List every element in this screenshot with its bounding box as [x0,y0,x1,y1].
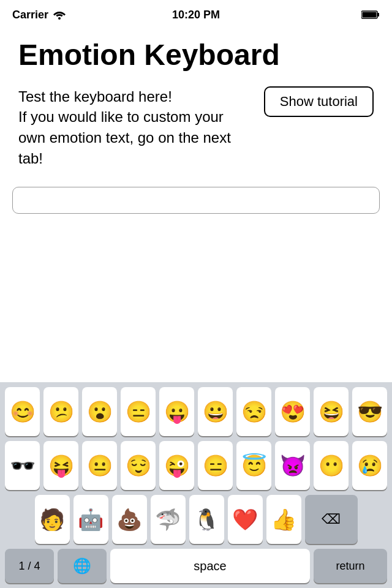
emoji-key-thumbsup[interactable]: 👍 [266,495,301,544]
emoji-key-devil[interactable]: 👿 [275,441,310,490]
emoji-key-person[interactable]: 🧑 [35,495,70,544]
emoji-key-heart-eyes[interactable]: 😍 [275,387,310,436]
emoji-key-wink-tongue[interactable]: 😜 [159,441,194,490]
delete-icon: ⌫ [322,511,341,527]
emoji-key-tongue[interactable]: 😛 [159,387,194,436]
globe-icon: 🌐 [73,557,91,575]
status-right [361,10,380,20]
battery-icon [361,10,380,20]
delete-key[interactable]: ⌫ [305,495,358,544]
emoji-key-smile[interactable]: 😊 [5,387,40,436]
keyboard-row-2: 🕶️ 😝 😐 😌 😜 😑 😇 👿 😶 😢 [2,441,390,490]
emoji-key-sunglasses[interactable]: 🕶️ [5,441,40,490]
app-title: Emotion Keyboard [18,39,374,72]
status-left: Carrier [12,9,66,21]
main-content: Emotion Keyboard Show tutorial Test the … [0,27,392,187]
emoji-key-grin[interactable]: 😀 [198,387,233,436]
emotion-keyboard: 😊 😕 😮 😑 😛 😀 😒 😍 😆 😎 🕶️ 😝 😐 😌 😜 😑 😇 👿 😶 😢… [0,382,392,588]
emoji-key-relieved[interactable]: 😌 [121,441,156,490]
emoji-key-sad[interactable]: 😕 [43,387,78,436]
keyboard-bottom-row: 1 / 4 🌐 space return [2,549,390,583]
keyboard-row-1: 😊 😕 😮 😑 😛 😀 😒 😍 😆 😎 [2,387,390,436]
emoji-key-stuck-out[interactable]: 😝 [43,441,78,490]
svg-rect-3 [363,12,377,18]
status-bar: Carrier 10:20 PM [0,0,392,27]
emoji-key-unamused[interactable]: 😒 [236,387,271,436]
carrier-label: Carrier [12,9,48,21]
emoji-key-surprised[interactable]: 😮 [82,387,117,436]
emoji-key-squint[interactable]: 😆 [314,387,349,436]
emoji-key-halo[interactable]: 😇 [236,441,271,490]
svg-point-0 [58,17,61,20]
emoji-key-expressionless[interactable]: 😐 [82,441,117,490]
emoji-key-neutral[interactable]: 😑 [121,387,156,436]
emoji-key-no-expression[interactable]: 😶 [314,441,349,490]
keyboard-row-3: 🧑 🤖 💩 🦈 🐧 ❤️ 👍 ⌫ [2,495,390,544]
return-key[interactable]: return [314,549,387,583]
emoji-key-poop[interactable]: 💩 [112,495,147,544]
emoji-key-cry[interactable]: 😢 [352,441,387,490]
emoji-key-robot[interactable]: 🤖 [74,495,108,544]
emoji-key-cool[interactable]: 😎 [352,387,387,436]
svg-rect-2 [377,13,379,17]
globe-key[interactable]: 🌐 [58,549,107,583]
show-tutorial-button[interactable]: Show tutorial [264,86,374,117]
emoji-key-no-mouth[interactable]: 😑 [198,441,233,490]
page-key[interactable]: 1 / 4 [5,549,54,583]
emoji-key-penguin[interactable]: 🐧 [189,495,224,544]
space-key[interactable]: space [110,549,310,583]
emoji-key-heart[interactable]: ❤️ [228,495,263,544]
wifi-icon [53,10,66,20]
emoji-key-shark[interactable]: 🦈 [151,495,186,544]
text-input[interactable] [12,187,380,214]
status-time: 10:20 PM [172,9,220,21]
